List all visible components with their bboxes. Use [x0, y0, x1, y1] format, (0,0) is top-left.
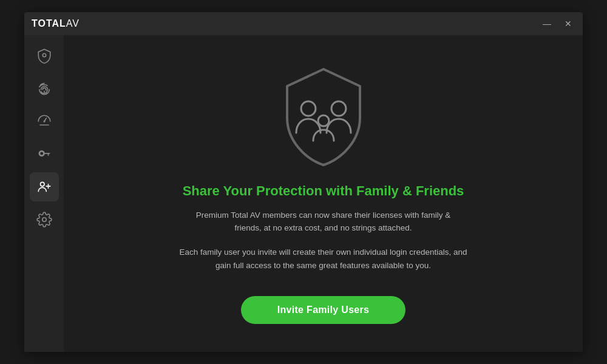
title-bar: TOTALAV — ✕ — [24, 12, 583, 35]
svg-point-7 — [318, 115, 329, 126]
fingerprint-icon — [36, 81, 52, 96]
speedometer-icon — [36, 113, 52, 129]
invite-family-button[interactable]: Invite Family Users — [241, 296, 406, 324]
family-shield-illustration — [275, 63, 372, 169]
sidebar-item-performance[interactable] — [30, 107, 59, 136]
svg-point-3 — [40, 182, 44, 186]
add-user-icon — [36, 179, 52, 195]
shield-icon — [36, 48, 52, 64]
sidebar-item-family[interactable] — [30, 172, 59, 201]
svg-point-1 — [43, 120, 45, 122]
close-button[interactable]: ✕ — [561, 18, 575, 30]
svg-point-6 — [331, 101, 346, 116]
sidebar — [24, 35, 64, 352]
logo-av: AV — [66, 18, 80, 29]
main-content: Share Your Protection with Family & Frie… — [24, 35, 583, 352]
svg-point-5 — [301, 101, 316, 116]
family-shield-svg — [275, 63, 372, 166]
svg-point-4 — [42, 218, 46, 222]
window-controls: — ✕ — [539, 18, 575, 30]
app-window: TOTALAV — ✕ — [24, 12, 583, 352]
app-logo: TOTALAV — [32, 18, 80, 29]
sidebar-item-settings[interactable] — [30, 205, 59, 234]
main-heading: Share Your Protection with Family & Frie… — [183, 183, 464, 199]
key-icon — [36, 146, 52, 162]
minimize-button[interactable]: — — [539, 18, 555, 30]
svg-point-0 — [42, 53, 46, 56]
sidebar-item-passwords[interactable] — [30, 140, 59, 169]
description-2: Each family user you invite will create … — [172, 246, 475, 272]
description-1: Premium Total AV members can now share t… — [196, 209, 451, 235]
content-area: Share Your Protection with Family & Frie… — [64, 35, 583, 352]
sidebar-item-antivirus[interactable] — [30, 74, 59, 103]
logo-total: TOTAL — [32, 18, 66, 29]
sidebar-item-protection[interactable] — [30, 41, 59, 70]
settings-icon — [36, 212, 52, 228]
